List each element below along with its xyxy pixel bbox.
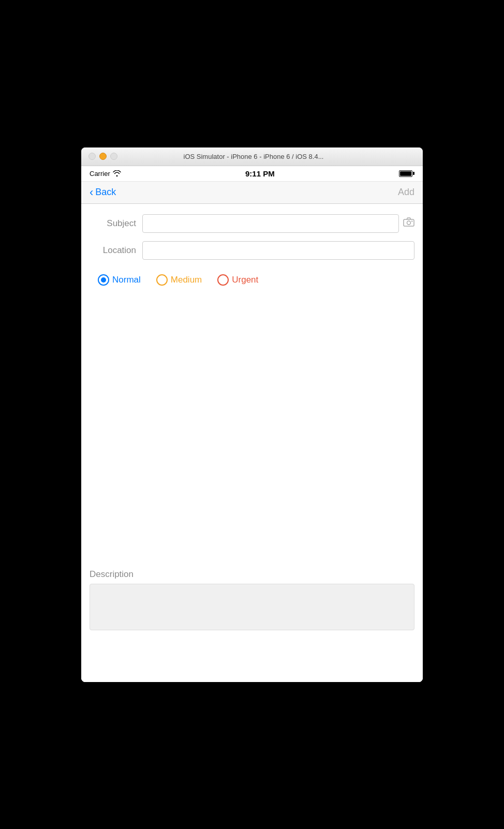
nav-bar: ‹ Back Add	[81, 182, 423, 204]
location-label: Location	[90, 245, 136, 256]
add-button[interactable]: Add	[398, 187, 414, 198]
simulator-window: iOS Simulator - iPhone 6 - iPhone 6 / iO…	[81, 147, 423, 682]
form-content: Subject Location	[81, 204, 423, 302]
window-title: iOS Simulator - iPhone 6 - iPhone 6 / iO…	[92, 153, 416, 160]
status-bar: Carrier 9:11 PM	[81, 166, 423, 182]
location-row: Location	[90, 241, 414, 260]
priority-medium[interactable]: Medium	[156, 274, 202, 286]
description-textarea[interactable]	[90, 584, 414, 630]
svg-rect-2	[411, 221, 413, 222]
carrier-label: Carrier	[90, 170, 110, 177]
bottom-space	[81, 641, 423, 682]
medium-radio[interactable]	[156, 274, 168, 286]
priority-normal[interactable]: Normal	[98, 274, 141, 286]
subject-row: Subject	[90, 214, 414, 233]
description-section: Description	[81, 561, 423, 641]
priority-urgent[interactable]: Urgent	[217, 274, 258, 286]
svg-point-1	[407, 221, 411, 225]
normal-radio[interactable]	[98, 274, 109, 286]
priority-row: Normal Medium Urgent	[90, 268, 414, 292]
phone-screen: Carrier 9:11 PM ‹ Back Add	[81, 166, 423, 682]
battery-icon	[399, 170, 414, 177]
carrier-info: Carrier	[90, 170, 121, 177]
back-chevron-icon: ‹	[90, 187, 93, 198]
urgent-radio[interactable]	[217, 274, 229, 286]
wifi-icon	[113, 170, 121, 176]
svg-rect-0	[404, 219, 414, 226]
status-time: 9:11 PM	[245, 169, 275, 178]
subject-label: Subject	[90, 218, 136, 229]
back-label: Back	[95, 187, 116, 198]
camera-icon[interactable]	[403, 217, 414, 230]
location-input[interactable]	[142, 241, 414, 260]
medium-label: Medium	[171, 275, 202, 285]
back-button[interactable]: ‹ Back	[90, 187, 116, 198]
urgent-label: Urgent	[232, 275, 258, 285]
normal-label: Normal	[112, 275, 141, 285]
title-bar: iOS Simulator - iPhone 6 - iPhone 6 / iO…	[81, 147, 423, 166]
subject-input[interactable]	[142, 214, 399, 233]
description-label: Description	[90, 569, 414, 580]
